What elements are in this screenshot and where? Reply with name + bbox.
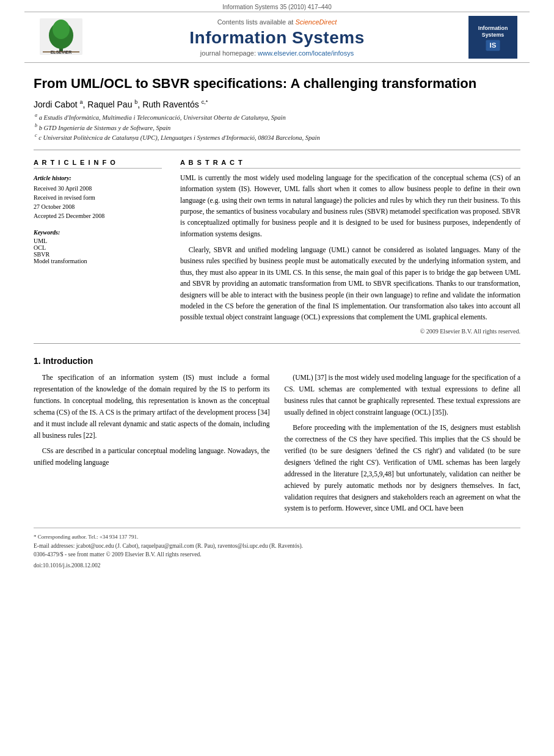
homepage-label: journal homepage: bbox=[200, 49, 256, 57]
article-info-col: A R T I C L E I N F O Article history: R… bbox=[34, 159, 162, 335]
abstract-text: UML is currently the most widely used mo… bbox=[180, 172, 520, 323]
keyword-sbvr: SBVR bbox=[34, 251, 162, 258]
article-info-heading: A R T I C L E I N F O bbox=[34, 159, 162, 169]
doi-line: doi:10.1016/j.is.2008.12.002 bbox=[34, 561, 520, 570]
revised-date: 27 October 2008 bbox=[34, 202, 162, 211]
body-col-2: (UML) [37] is the most widely used model… bbox=[285, 372, 521, 518]
abstract-p1: UML is currently the most widely used mo… bbox=[180, 172, 520, 239]
body-two-cols: The specification of an information syst… bbox=[34, 372, 520, 518]
article-authors: Jordi Cabot a, Raquel Pau b, Ruth Ravent… bbox=[34, 99, 520, 109]
email-note: E-mail addresses: jcabot@uoc.edu (J. Cab… bbox=[34, 542, 520, 550]
sciencedirect-link[interactable]: ScienceDirect bbox=[295, 18, 337, 26]
contents-line: Contents lists available at ScienceDirec… bbox=[86, 18, 468, 26]
header-center: Contents lists available at ScienceDirec… bbox=[86, 18, 468, 57]
affiliation-c: c c Universitat Politècnica de Catalunya… bbox=[34, 133, 520, 141]
abstract-col: A B S T R A C T UML is currently the mos… bbox=[180, 159, 520, 335]
affiliation-a: a a Estudis d'Informàtica, Multimedia i … bbox=[34, 112, 520, 121]
keywords-block: Keywords: UML OCL SBVR Model transformat… bbox=[34, 229, 162, 264]
svg-text:Systems: Systems bbox=[482, 32, 504, 38]
intro-col1-p1: The specification of an information syst… bbox=[34, 372, 270, 442]
intro-col2-p2: Before proceeding with the implementatio… bbox=[285, 422, 521, 515]
svg-text:IS: IS bbox=[490, 42, 497, 49]
abstract-heading: A B S T R A C T bbox=[180, 159, 520, 169]
elsevier-logo: ELSEVIER bbox=[40, 18, 82, 56]
intro-section: 1. Introduction The specification of an … bbox=[34, 356, 520, 518]
svg-point-3 bbox=[53, 20, 70, 39]
received-date: Received 30 April 2008 bbox=[34, 184, 162, 193]
article-meta-cols: A R T I C L E I N F O Article history: R… bbox=[34, 159, 520, 335]
contents-text: Contents lists available at bbox=[217, 18, 294, 26]
keyword-ocl: OCL bbox=[34, 244, 162, 251]
emails-text: jcabot@uoc.edu (J. Cabot), raquelpau@gma… bbox=[76, 543, 303, 549]
email-label: E-mail addresses: bbox=[34, 543, 75, 549]
keyword-uml: UML bbox=[34, 238, 162, 244]
intro-col1-p2: CSs are described in a particular concep… bbox=[34, 445, 270, 468]
journal-homepage: journal homepage: www.elsevier.com/locat… bbox=[86, 49, 468, 57]
journal-title: Information Systems bbox=[86, 28, 468, 48]
header-bar: ELSEVIER Contents lists available at Sci… bbox=[24, 12, 530, 63]
footnote-area: * Corresponding author. Tel.: +34 934 13… bbox=[34, 528, 520, 570]
article-history-block: Article history: Received 30 April 2008 … bbox=[34, 173, 162, 220]
body-col-1: The specification of an information syst… bbox=[34, 372, 270, 518]
history-label: Article history: bbox=[34, 173, 162, 183]
journal-meta: Information Systems 35 (2010) 417–440 bbox=[0, 0, 554, 12]
homepage-url[interactable]: www.elsevier.com/locate/infosys bbox=[258, 49, 354, 57]
article-content: From UML/OCL to SBVR specifications: A c… bbox=[0, 63, 554, 583]
journal-ref: Information Systems 35 (2010) 417–440 bbox=[222, 4, 331, 10]
issn-line: 0306-4379/$ - see front matter © 2009 El… bbox=[34, 550, 520, 559]
page-wrapper: Information Systems 35 (2010) 417–440 EL… bbox=[0, 0, 554, 583]
intro-title: 1. Introduction bbox=[34, 356, 520, 366]
is-logo-right: Information Systems IS bbox=[468, 16, 517, 59]
affiliation-b: b b GTD Ingeniería de Sistemas y de Soft… bbox=[34, 123, 520, 131]
accepted-date: Accepted 25 December 2008 bbox=[34, 211, 162, 220]
keyword-model-transformation: Model transformation bbox=[34, 258, 162, 264]
article-title: From UML/OCL to SBVR specifications: A c… bbox=[34, 75, 520, 93]
intro-col2-p1: (UML) [37] is the most widely used model… bbox=[285, 372, 521, 418]
divider-bottom bbox=[34, 343, 520, 344]
svg-text:ELSEVIER: ELSEVIER bbox=[51, 50, 72, 54]
star-note-text: * Corresponding author. Tel.: +34 934 13… bbox=[34, 534, 138, 540]
elsevier-logo-left: ELSEVIER bbox=[37, 16, 86, 59]
divider-top bbox=[34, 150, 520, 150]
copyright-line: © 2009 Elsevier B.V. All rights reserved… bbox=[180, 328, 520, 335]
abstract-p2: Clearly, SBVR and unified modeling langu… bbox=[180, 244, 520, 323]
keywords-label: Keywords: bbox=[34, 229, 162, 236]
star-note: * Corresponding author. Tel.: +34 934 13… bbox=[34, 533, 520, 542]
svg-text:Information: Information bbox=[478, 25, 508, 31]
revised-label: Received in revised form bbox=[34, 193, 162, 202]
